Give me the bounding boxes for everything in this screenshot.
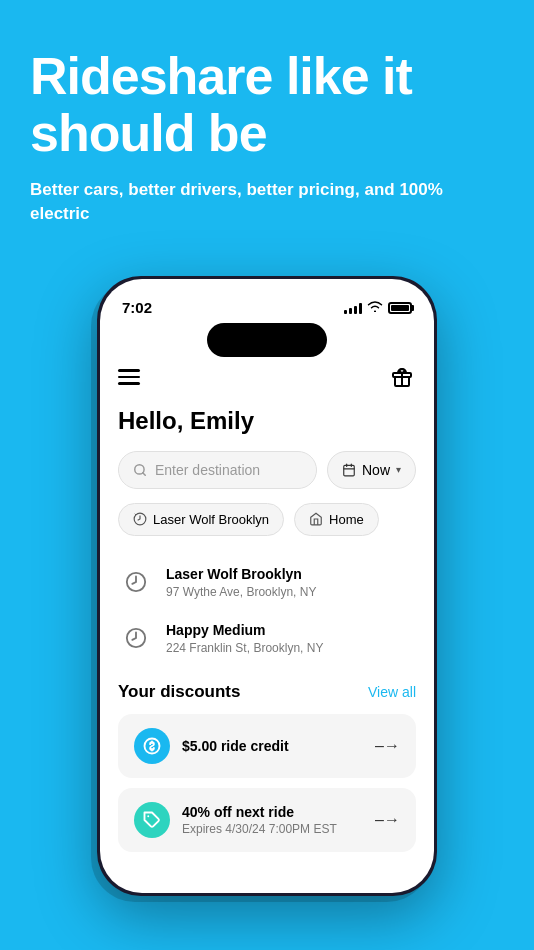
app-content: Hello, Emily Enter destination [100, 363, 434, 852]
schedule-button[interactable]: Now ▾ [327, 451, 416, 489]
chip-label-laser-wolf: Laser Wolf Brooklyn [153, 512, 269, 527]
hero-subtitle: Better cars, better drivers, better pric… [30, 178, 504, 226]
discount-card-ride-credit[interactable]: $5.00 ride credit –→ [118, 714, 416, 778]
gift-button[interactable] [388, 363, 416, 391]
recent-locations: Laser Wolf Brooklyn 97 Wythe Ave, Brookl… [118, 554, 416, 666]
chip-label-home: Home [329, 512, 364, 527]
history-icon [133, 512, 147, 526]
wifi-icon [367, 300, 383, 315]
discount-title-2: 40% off next ride [182, 804, 363, 820]
search-icon [133, 463, 147, 477]
status-time: 7:02 [122, 299, 152, 316]
recent-address-2: 224 Franklin St, Brooklyn, NY [166, 641, 416, 655]
svg-rect-4 [344, 465, 355, 476]
quick-dest-laser-wolf[interactable]: Laser Wolf Brooklyn [118, 503, 284, 536]
arrow-icon-1: –→ [375, 737, 400, 755]
recent-history-icon-1 [118, 564, 154, 600]
discount-card-percent-off[interactable]: 40% off next ride Expires 4/30/24 7:00PM… [118, 788, 416, 852]
status-bar: 7:02 [100, 279, 434, 323]
svg-line-3 [143, 473, 146, 476]
phone-frame: 7:02 [97, 276, 437, 896]
chevron-down-icon: ▾ [396, 464, 401, 475]
menu-button[interactable] [118, 369, 140, 385]
top-bar [118, 363, 416, 391]
dynamic-island [207, 323, 327, 357]
discount-subtitle-2: Expires 4/30/24 7:00PM EST [182, 822, 363, 836]
phone-screen: 7:02 [100, 279, 434, 893]
discounts-header: Your discounts View all [118, 682, 416, 702]
recent-name-2: Happy Medium [166, 621, 416, 639]
recent-item-laser-wolf[interactable]: Laser Wolf Brooklyn 97 Wythe Ave, Brookl… [118, 554, 416, 610]
search-row: Enter destination Now ▾ [118, 451, 416, 489]
search-placeholder: Enter destination [155, 462, 260, 478]
recent-name-1: Laser Wolf Brooklyn [166, 565, 416, 583]
view-all-link[interactable]: View all [368, 684, 416, 700]
phone-container: 7:02 [0, 276, 534, 896]
hero-title: Rideshare like it should be [30, 48, 504, 162]
recent-address-1: 97 Wythe Ave, Brooklyn, NY [166, 585, 416, 599]
home-icon [309, 512, 323, 526]
now-label: Now [362, 462, 390, 478]
calendar-icon [342, 463, 356, 477]
quick-destinations: Laser Wolf Brooklyn Home [118, 503, 416, 536]
status-icons [344, 300, 412, 315]
greeting-text: Hello, Emily [118, 407, 416, 435]
recent-item-happy-medium[interactable]: Happy Medium 224 Franklin St, Brooklyn, … [118, 610, 416, 666]
discount-title-1: $5.00 ride credit [182, 738, 363, 754]
quick-dest-home[interactable]: Home [294, 503, 379, 536]
battery-icon [388, 302, 412, 314]
signal-icon [344, 302, 362, 314]
hero-section: Rideshare like it should be Better cars,… [0, 0, 534, 246]
tag-icon [134, 802, 170, 838]
arrow-icon-2: –→ [375, 811, 400, 829]
recent-history-icon-2 [118, 620, 154, 656]
search-input[interactable]: Enter destination [118, 451, 317, 489]
dollar-icon [134, 728, 170, 764]
discounts-title: Your discounts [118, 682, 240, 702]
